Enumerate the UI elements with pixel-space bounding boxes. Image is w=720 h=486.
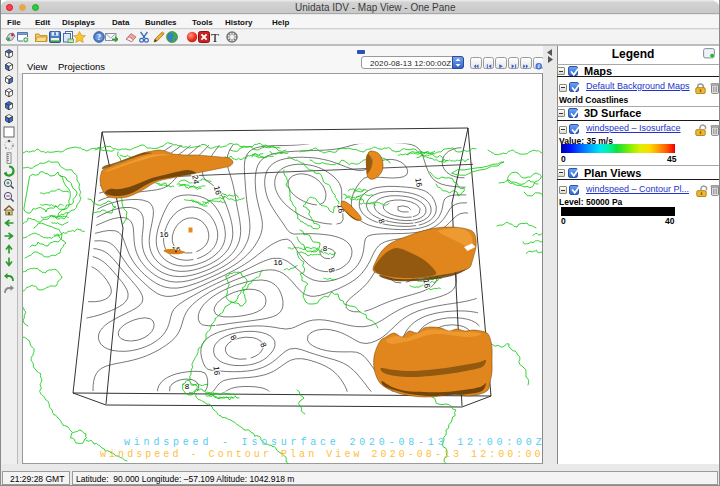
- svg-text:8: 8: [326, 267, 336, 274]
- svg-text:8: 8: [258, 341, 268, 349]
- svg-text:windspeed - Contour Plan View: windspeed - Contour Plan View 2020-08-13…: [100, 449, 543, 460]
- svg-text:?: ?: [97, 33, 101, 42]
- svg-text:16: 16: [160, 230, 169, 239]
- svg-text:24: 24: [190, 174, 201, 185]
- svg-text:windspeed - Isosurface 2020-08: windspeed - Isosurface 2020-08-13 12:00:…: [124, 437, 543, 448]
- svg-text:8: 8: [185, 382, 190, 391]
- svg-text:T: T: [211, 31, 219, 43]
- svg-text:16: 16: [413, 177, 424, 188]
- svg-text:8: 8: [323, 244, 328, 253]
- svg-text:16: 16: [212, 366, 222, 376]
- svg-text:16: 16: [274, 258, 283, 267]
